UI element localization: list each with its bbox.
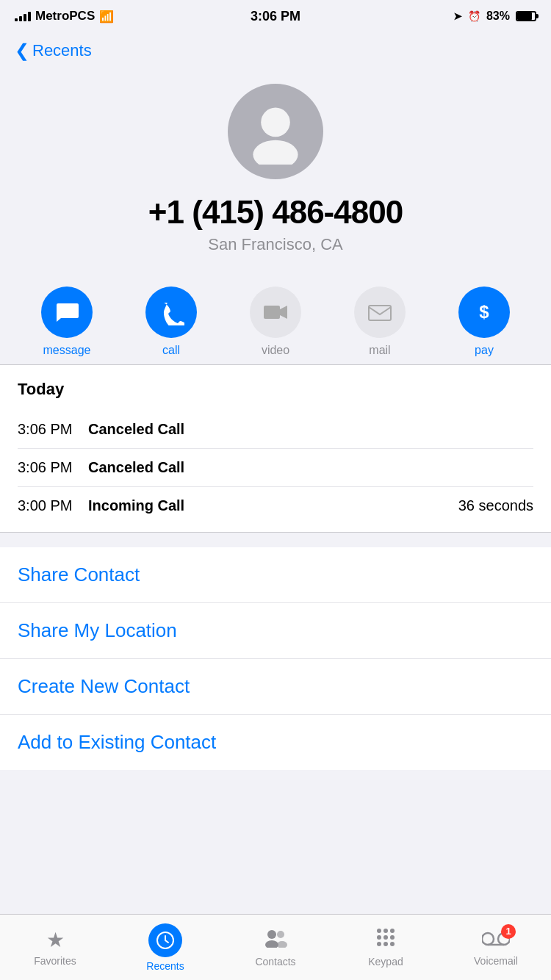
action-buttons: message call video — [0, 272, 551, 364]
recents-label: Recents — [146, 960, 184, 972]
signal-bars-icon — [15, 11, 31, 21]
contacts-label: Contacts — [255, 956, 295, 968]
share-contact-item[interactable]: Share Contact — [0, 547, 551, 603]
call-entry-2: 3:00 PM Incoming Call 36 seconds — [18, 487, 533, 525]
favorites-label: Favorites — [34, 955, 76, 967]
tab-keypad[interactable]: Keypad — [331, 927, 441, 968]
message-label: message — [43, 344, 91, 357]
contacts-icon — [264, 927, 287, 953]
nav-bar: ❮ Recents — [0, 32, 551, 69]
call-type-0: Canceled Call — [88, 421, 184, 438]
create-contact-label: Create New Contact — [18, 675, 190, 697]
pay-action[interactable]: $ pay — [432, 287, 536, 357]
svg-rect-3 — [369, 306, 391, 320]
status-bar: MetroPCS 📶 3:06 PM ➤ ⏰ 83% — [0, 0, 551, 32]
svg-point-11 — [383, 929, 388, 933]
add-existing-label: Add to Existing Contact — [18, 731, 216, 753]
svg-point-19 — [482, 933, 494, 945]
call-circle — [145, 287, 197, 338]
svg-point-16 — [377, 942, 381, 946]
share-location-item[interactable]: Share My Location — [0, 603, 551, 659]
call-log-section: Today 3:06 PM Canceled Call 3:06 PM Canc… — [0, 365, 551, 532]
alarm-icon: ⏰ — [468, 10, 480, 22]
video-action[interactable]: video — [223, 287, 328, 357]
svg-point-12 — [390, 929, 395, 933]
call-action[interactable]: call — [119, 287, 223, 357]
share-contact-label: Share Contact — [18, 563, 140, 586]
voicemail-badge-container: 1 — [482, 929, 510, 952]
svg-rect-2 — [264, 306, 280, 319]
call-left-1: 3:06 PM Canceled Call — [18, 459, 184, 476]
favorites-icon: ★ — [46, 928, 65, 952]
svg-point-17 — [383, 942, 388, 946]
location-label: San Francisco, CA — [208, 235, 342, 254]
main-content: +1 (415) 486-4800 San Francisco, CA mess… — [0, 69, 551, 914]
status-right: ➤ ⏰ 83% — [453, 10, 536, 23]
call-left-2: 3:00 PM Incoming Call — [18, 497, 184, 514]
call-left-0: 3:06 PM Canceled Call — [18, 421, 184, 438]
create-contact-item[interactable]: Create New Contact — [0, 659, 551, 715]
message-action[interactable]: message — [15, 287, 119, 357]
voicemail-badge: 1 — [501, 924, 516, 939]
message-circle — [41, 287, 93, 338]
pay-label: pay — [475, 344, 494, 357]
mail-action[interactable]: mail — [328, 287, 432, 357]
svg-point-7 — [265, 940, 278, 948]
mail-label: mail — [369, 344, 390, 357]
action-list: Share Contact Share My Location Create N… — [0, 547, 551, 770]
back-chevron-icon: ❮ — [15, 40, 29, 61]
mail-circle — [354, 287, 406, 338]
svg-point-10 — [377, 929, 381, 933]
svg-point-1 — [253, 140, 298, 165]
back-button[interactable]: ❮ Recents — [15, 40, 92, 61]
voicemail-label: Voicemail — [474, 955, 518, 967]
wifi-icon: 📶 — [99, 10, 114, 24]
keypad-label: Keypad — [368, 956, 403, 968]
svg-point-8 — [277, 931, 284, 938]
call-time-1: 3:06 PM — [18, 459, 76, 476]
call-entry-0: 3:06 PM Canceled Call — [18, 411, 533, 449]
svg-point-0 — [261, 108, 290, 137]
status-left: MetroPCS 📶 — [15, 9, 114, 24]
call-log-title: Today — [18, 380, 533, 399]
call-duration-2: 36 seconds — [458, 497, 533, 514]
call-label: call — [162, 344, 180, 357]
recents-icon — [148, 923, 182, 957]
svg-point-14 — [383, 935, 388, 940]
svg-point-13 — [377, 935, 381, 940]
svg-point-6 — [267, 930, 276, 939]
call-type-2: Incoming Call — [88, 497, 184, 514]
video-label: video — [262, 344, 289, 357]
back-label: Recents — [32, 41, 92, 60]
avatar — [228, 84, 323, 179]
tab-recents[interactable]: Recents — [110, 923, 220, 972]
add-existing-item[interactable]: Add to Existing Contact — [0, 715, 551, 770]
call-time-0: 3:06 PM — [18, 421, 76, 438]
call-type-1: Canceled Call — [88, 459, 184, 476]
battery-icon — [516, 11, 536, 21]
video-circle — [250, 287, 301, 338]
svg-point-18 — [390, 942, 395, 946]
share-location-label: Share My Location — [18, 619, 177, 641]
pay-circle: $ — [458, 287, 510, 338]
call-entry-1: 3:06 PM Canceled Call — [18, 449, 533, 487]
phone-number: +1 (415) 486-4800 — [148, 194, 403, 231]
keypad-icon — [375, 927, 396, 953]
tab-favorites[interactable]: ★ Favorites — [0, 928, 110, 967]
tab-voicemail[interactable]: 1 Voicemail — [441, 929, 551, 967]
profile-section: +1 (415) 486-4800 San Francisco, CA — [0, 69, 551, 272]
call-time-2: 3:00 PM — [18, 497, 76, 514]
tab-bar: ★ Favorites Recents Contacts — [0, 914, 551, 980]
location-icon: ➤ — [453, 10, 462, 22]
svg-text:$: $ — [479, 302, 489, 322]
svg-point-9 — [277, 941, 287, 948]
battery-percent: 83% — [486, 10, 510, 23]
status-time: 3:06 PM — [251, 9, 300, 24]
carrier-label: MetroPCS — [35, 9, 95, 24]
separator-2 — [0, 532, 551, 533]
svg-point-15 — [390, 935, 395, 940]
tab-contacts[interactable]: Contacts — [220, 927, 331, 968]
